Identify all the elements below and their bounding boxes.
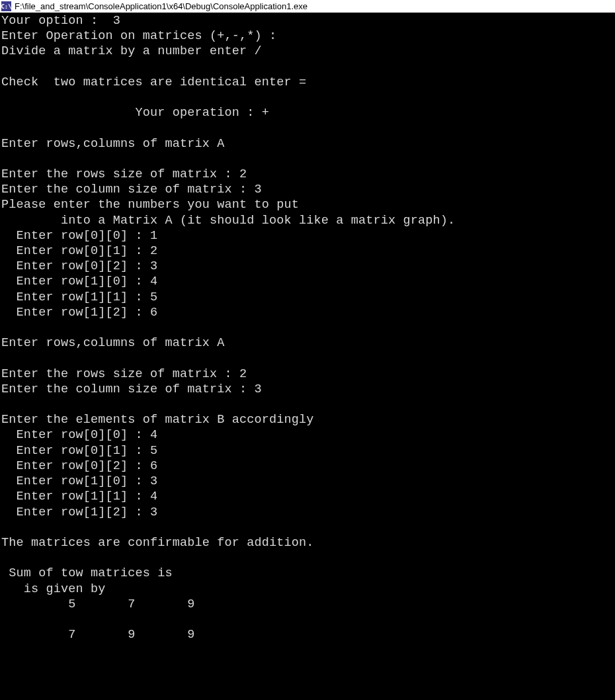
console-line: into a Matrix A (it should look like a m… [1, 213, 615, 228]
console-line: Enter row[0][1] : 5 [1, 443, 615, 459]
console-line: Enter row[0][0] : 4 [1, 427, 615, 443]
console-line: Sum of tow matrices is [1, 566, 615, 581]
console-line: Enter row[0][2] : 3 [1, 259, 615, 274]
console-line: The matrices are confirmable for additio… [1, 535, 615, 550]
console-line [1, 520, 615, 535]
console-line [1, 612, 615, 627]
console-line: Enter rows,columns of matrix A [1, 136, 615, 152]
console-line: Enter the column size of matrix : 3 [1, 182, 615, 197]
console-line: 5 7 9 [1, 597, 615, 612]
console-line: Enter row[0][1] : 2 [1, 243, 615, 259]
console-line: Enter row[1][0] : 3 [1, 474, 615, 489]
console-line: 7 9 9 [1, 627, 615, 642]
console-line: Enter row[1][0] : 4 [1, 274, 615, 289]
console-line: Enter row[0][0] : 1 [1, 228, 615, 243]
console-line [1, 320, 615, 335]
console-line: Check two matrices are identical enter = [1, 75, 615, 90]
console-line: is given by [1, 582, 615, 597]
console-output[interactable]: Your option : 3Enter Operation on matric… [0, 13, 615, 642]
console-line [1, 351, 615, 366]
console-app-icon: C:\ [1, 1, 11, 11]
console-line: Enter the rows size of matrix : 2 [1, 367, 615, 382]
console-line [1, 90, 615, 105]
console-line: Enter the elements of matrix B according… [1, 412, 615, 427]
console-line [1, 397, 615, 412]
console-line: Enter row[1][2] : 3 [1, 505, 615, 520]
console-line: Your operation : + [1, 105, 615, 120]
console-line: Enter row[1][1] : 4 [1, 489, 615, 504]
console-line: Please enter the numbers you want to put [1, 197, 615, 212]
window-title-text: F:\file_and_stream\ConsoleApplication1\x… [15, 1, 308, 11]
console-line: Enter Operation on matrices (+,-,*) : [1, 28, 615, 44]
console-line: Enter row[1][2] : 6 [1, 305, 615, 320]
console-line [1, 120, 615, 136]
console-line: Divide a matrix by a number enter / [1, 44, 615, 59]
console-line [1, 60, 615, 75]
console-line [1, 550, 615, 566]
console-line [1, 152, 615, 167]
console-line: Enter the rows size of matrix : 2 [1, 167, 615, 182]
console-line: Enter rows,columns of matrix A [1, 335, 615, 351]
window-titlebar[interactable]: C:\ F:\file_and_stream\ConsoleApplicatio… [0, 0, 615, 13]
console-line: Enter the column size of matrix : 3 [1, 382, 615, 397]
console-line: Enter row[0][2] : 6 [1, 459, 615, 474]
console-line: Your option : 3 [1, 13, 615, 28]
console-line: Enter row[1][1] : 5 [1, 290, 615, 305]
